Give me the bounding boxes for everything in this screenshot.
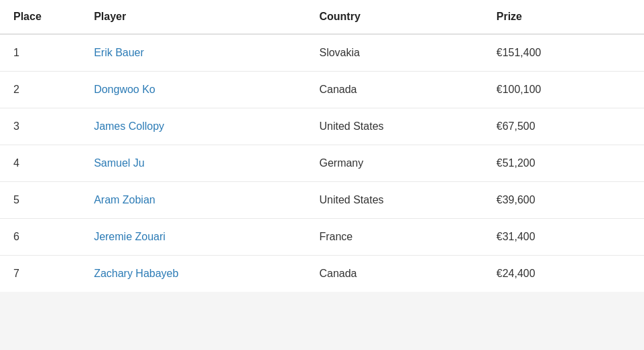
cell-country: Canada xyxy=(306,72,482,108)
table-row: 1Erik BauerSlovakia€151,400 xyxy=(0,34,644,72)
cell-country: Slovakia xyxy=(306,34,482,72)
cell-place: 2 xyxy=(0,72,80,108)
cell-place: 7 xyxy=(0,256,80,292)
cell-player[interactable]: James Collopy xyxy=(80,108,306,145)
leaderboard-table: Place Player Country Prize 1Erik BauerSl… xyxy=(0,0,644,292)
cell-country: United States xyxy=(306,182,482,219)
cell-place: 5 xyxy=(0,182,80,219)
cell-country: Canada xyxy=(306,256,482,292)
cell-prize: €51,200 xyxy=(483,145,644,182)
cell-prize: €39,600 xyxy=(483,182,644,219)
table-row: 7Zachary HabayebCanada€24,400 xyxy=(0,256,644,292)
table-header-row: Place Player Country Prize xyxy=(0,0,644,34)
cell-place: 3 xyxy=(0,108,80,145)
table-row: 2Dongwoo KoCanada€100,100 xyxy=(0,72,644,108)
table-row: 6Jeremie ZouariFrance€31,400 xyxy=(0,219,644,256)
cell-player[interactable]: Jeremie Zouari xyxy=(80,219,306,256)
header-player: Player xyxy=(80,0,306,34)
cell-prize: €151,400 xyxy=(483,34,644,72)
header-country: Country xyxy=(306,0,482,34)
cell-player[interactable]: Samuel Ju xyxy=(80,145,306,182)
cell-player[interactable]: Aram Zobian xyxy=(80,182,306,219)
cell-country: France xyxy=(306,219,482,256)
table-row: 3James CollopyUnited States€67,500 xyxy=(0,108,644,145)
cell-player[interactable]: Zachary Habayeb xyxy=(80,256,306,292)
cell-country: United States xyxy=(306,108,482,145)
cell-country: Germany xyxy=(306,145,482,182)
cell-player[interactable]: Dongwoo Ko xyxy=(80,72,306,108)
cell-place: 4 xyxy=(0,145,80,182)
table-row: 5Aram ZobianUnited States€39,600 xyxy=(0,182,644,219)
header-prize: Prize xyxy=(483,0,644,34)
cell-place: 1 xyxy=(0,34,80,72)
cell-place: 6 xyxy=(0,219,80,256)
table-row: 4Samuel JuGermany€51,200 xyxy=(0,145,644,182)
header-place: Place xyxy=(0,0,80,34)
cell-prize: €31,400 xyxy=(483,219,644,256)
cell-player[interactable]: Erik Bauer xyxy=(80,34,306,72)
cell-prize: €100,100 xyxy=(483,72,644,108)
cell-prize: €67,500 xyxy=(483,108,644,145)
cell-prize: €24,400 xyxy=(483,256,644,292)
